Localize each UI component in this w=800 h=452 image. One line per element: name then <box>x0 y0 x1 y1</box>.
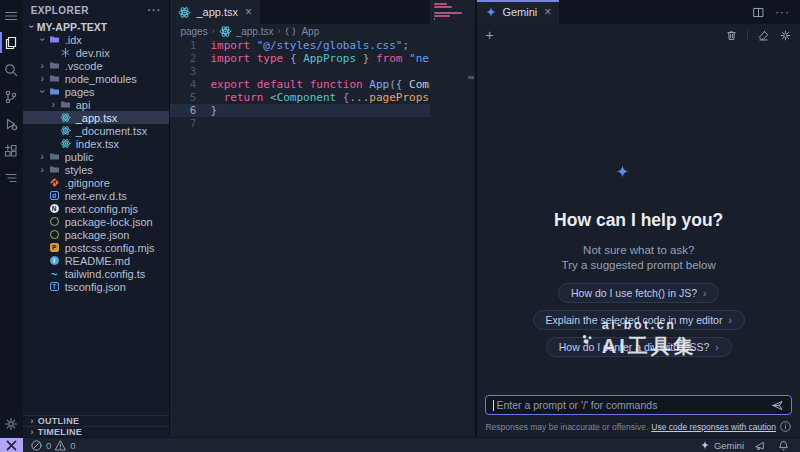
activity-bar <box>0 0 23 437</box>
tree-item-next-env-d-ts[interactable]: dnext-env.d.ts <box>23 189 170 202</box>
explorer-more-actions-icon[interactable]: ··· <box>147 4 161 16</box>
search-icon[interactable] <box>0 56 23 83</box>
tree-item-my-app-text[interactable]: ›MY-APP-TEXT <box>23 20 170 33</box>
new-chat-button[interactable]: + <box>485 27 493 43</box>
tree-item-dev-nix[interactable]: dev.nix <box>23 46 170 59</box>
breadcrumb-pages[interactable]: pages <box>180 26 207 37</box>
tree-item-public[interactable]: ›public <box>23 150 170 163</box>
tree-item-pages[interactable]: ›pages <box>23 85 170 98</box>
tree-item-next-config-mjs[interactable]: Nnext.config.mjs <box>23 202 170 215</box>
gemini-subtitle: Not sure what to ask? Try a suggested pr… <box>562 243 716 273</box>
tree-item-tsconfig-json[interactable]: Ttsconfig.json <box>23 280 170 293</box>
symbol-icon <box>284 25 297 38</box>
tab-gemini[interactable]: Gemini × <box>477 0 559 24</box>
react-icon <box>219 25 232 38</box>
remote-tools-icon <box>5 439 18 452</box>
gemini-tab-bar: Gemini × ··· <box>477 0 800 24</box>
tree-item--app-tsx[interactable]: _app.tsx <box>23 111 170 124</box>
idx-panel-icon[interactable] <box>0 164 23 191</box>
notifications-bell-icon[interactable] <box>777 439 790 452</box>
close-tab-icon[interactable]: × <box>245 5 252 19</box>
extensions-icon[interactable] <box>0 137 23 164</box>
explorer-title: EXPLORER <box>31 5 89 16</box>
close-gemini-tab-icon[interactable]: × <box>544 5 551 19</box>
tree-item-node-modules[interactable]: ›node_modules <box>23 72 170 85</box>
file-tree: ›MY-APP-TEXT›.idx dev.nix›.vscode›node_m… <box>23 20 170 293</box>
caution-link[interactable]: Use code responses with caution <box>651 422 776 432</box>
send-icon[interactable] <box>771 399 784 412</box>
explorer-sidebar: EXPLORER ··· ›MY-APP-TEXT›.idx dev.nix›.… <box>23 0 171 437</box>
suggested-prompts: How do I use fetch() in JS?›Explain the … <box>533 283 745 357</box>
editor-group: _app.tsx × ··· pages › _app.tsx › App 1i… <box>170 0 475 437</box>
minimap[interactable] <box>430 0 467 437</box>
sidebar-section-timeline[interactable]: ›TIMELINE <box>23 426 170 437</box>
tree-item-index-tsx[interactable]: index.tsx <box>23 137 170 150</box>
suggested-prompt-3[interactable]: How do I center a div with CSS?› <box>546 337 732 357</box>
react-icon <box>178 6 191 19</box>
suggested-prompt-2[interactable]: Explain the selected code in my editor› <box>533 310 745 330</box>
gemini-disclaimer: Responses may be inaccurate or offensive… <box>485 420 792 433</box>
editor-scrollbar[interactable] <box>467 0 475 437</box>
remote-indicator[interactable] <box>0 438 23 452</box>
tree-item-readme-md[interactable]: iREADME.md <box>23 254 170 267</box>
warnings-icon <box>54 439 67 452</box>
tree-item-tailwind-config-ts[interactable]: ~tailwind.config.ts <box>23 267 170 280</box>
run-debug-icon[interactable] <box>0 110 23 137</box>
tree-item-api[interactable]: ›api <box>23 98 170 111</box>
feedback-icon[interactable] <box>754 439 767 452</box>
ide-window: EXPLORER ··· ›MY-APP-TEXT›.idx dev.nix›.… <box>0 0 800 452</box>
tree-item-styles[interactable]: ›styles <box>23 163 170 176</box>
prompt-input[interactable] <box>496 399 771 411</box>
split-editor-icon[interactable] <box>752 6 765 19</box>
text-caret <box>493 400 494 411</box>
menu-icon[interactable] <box>0 2 23 29</box>
tree-item--vscode[interactable]: ›.vscode <box>23 59 170 72</box>
gemini-logo <box>616 146 662 196</box>
gemini-chat-body: How can I help you? Not sure what to ask… <box>477 46 800 389</box>
errors-icon <box>30 439 43 452</box>
breadcrumb-symbol[interactable]: App <box>301 26 319 37</box>
tree-item--gitignore[interactable]: .gitignore <box>23 176 170 189</box>
sparkle-icon <box>700 440 710 450</box>
settings-gear-icon[interactable] <box>0 410 23 437</box>
info-icon <box>779 420 792 433</box>
suggested-prompt-1[interactable]: How do I use fetch() in JS?› <box>558 283 719 303</box>
status-bar: 0 0 Gemini <box>0 437 800 452</box>
clear-chat-icon[interactable] <box>757 29 770 42</box>
delete-chat-icon[interactable] <box>725 29 738 42</box>
gemini-greeting: How can I help you? <box>554 210 723 231</box>
gemini-sparkle-icon <box>485 6 497 18</box>
problems-status[interactable]: 0 0 <box>30 439 76 452</box>
gemini-panel: Gemini × ··· + <box>475 0 800 437</box>
sidebar-section-outline[interactable]: ›OUTLINE <box>23 415 170 426</box>
panel-more-icon[interactable]: ··· <box>775 5 790 19</box>
tree-item-package-json[interactable]: package.json <box>23 228 170 241</box>
source-control-icon[interactable] <box>0 83 23 110</box>
explorer-icon[interactable] <box>0 29 23 56</box>
tree-item-postcss-config-mjs[interactable]: Ppostcss.config.mjs <box>23 241 170 254</box>
gemini-toolbar: + <box>477 24 800 46</box>
gemini-status-item[interactable]: Gemini <box>700 440 744 451</box>
tree-item-package-lock-json[interactable]: package-lock.json <box>23 215 170 228</box>
sidebar-sections: ›OUTLINE›TIMELINE <box>23 415 170 437</box>
tab-label: _app.tsx <box>196 6 238 18</box>
gemini-tab-label: Gemini <box>502 6 537 18</box>
gemini-settings-icon[interactable] <box>779 29 792 42</box>
breadcrumb-file[interactable]: _app.tsx <box>236 26 274 37</box>
gemini-input-area: Responses may be inaccurate or offensive… <box>477 389 800 437</box>
tree-item--document-tsx[interactable]: _document.tsx <box>23 124 170 137</box>
tab-app-tsx[interactable]: _app.tsx × <box>170 0 260 24</box>
tree-item--idx[interactable]: ›.idx <box>23 33 170 46</box>
